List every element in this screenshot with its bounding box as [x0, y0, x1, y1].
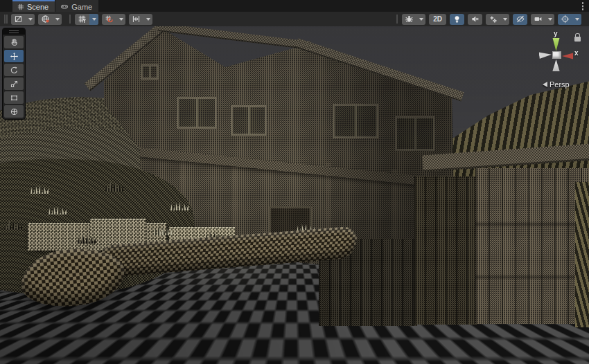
- effects-dropdown[interactable]: [486, 14, 509, 25]
- scene-toolbar: 2D: [0, 12, 589, 26]
- move-snap-dropdown[interactable]: [129, 14, 152, 25]
- rect-tool-button[interactable]: [4, 91, 24, 104]
- transform-icon: [10, 107, 19, 116]
- move-snap-icon: [129, 14, 143, 25]
- move-icon: [10, 52, 19, 61]
- chevron-down-icon: [500, 14, 509, 25]
- axis-x-label: x: [574, 49, 579, 57]
- 2d-label: 2D: [433, 15, 442, 23]
- scene-shed[interactable]: [475, 168, 589, 324]
- scale-icon: [10, 80, 19, 89]
- eye-hidden-icon: [513, 14, 527, 25]
- rotate-tool-button[interactable]: [4, 64, 24, 76]
- dark-fence-right[interactable]: [414, 176, 478, 325]
- chevron-down-icon: [53, 14, 62, 25]
- chevron-down-icon: [143, 14, 152, 25]
- house-window: [177, 97, 217, 129]
- hand-icon: [10, 38, 19, 47]
- chevron-down-icon: [416, 14, 425, 25]
- axis-down-cone[interactable]: [552, 60, 561, 71]
- chevron-down-icon: [89, 14, 98, 25]
- move-tool-button[interactable]: [4, 50, 24, 62]
- tab-scene[interactable]: Scene: [12, 0, 55, 12]
- tab-game-label: Game: [71, 3, 92, 11]
- camera-icon: [531, 14, 545, 25]
- chevron-down-icon: [26, 14, 35, 25]
- globe-icon: [38, 14, 53, 25]
- draw-mode-dropdown[interactable]: [11, 14, 35, 25]
- tab-scene-label: Scene: [27, 3, 49, 11]
- toolbar-drag-handle[interactable]: [4, 15, 8, 24]
- gizmos-toggle-dropdown[interactable]: [558, 14, 581, 25]
- unity-editor-window: Scene Game: [0, 0, 589, 364]
- rect-icon: [10, 93, 19, 102]
- chevron-down-icon: [116, 14, 125, 25]
- scene-visibility-toggle-button[interactable]: [513, 14, 527, 25]
- scene-orientation-gizmo: y x Persp: [534, 30, 589, 99]
- shaded-mode-icon: [11, 14, 26, 25]
- kebab-menu-icon[interactable]: [581, 2, 585, 10]
- tab-game[interactable]: Game: [55, 0, 98, 12]
- chevron-down-icon: [545, 14, 554, 25]
- gamepad-icon: [60, 3, 69, 10]
- tab-bar: Scene Game: [0, 0, 589, 12]
- gizmos-crosshair-icon: [558, 14, 572, 25]
- axis-y-cone[interactable]: [552, 38, 561, 51]
- scale-tool-button[interactable]: [4, 78, 24, 90]
- debug-validation-dropdown[interactable]: [402, 14, 425, 25]
- effects-star-icon: [486, 14, 500, 25]
- grid-icon: [17, 3, 24, 10]
- gizmo-center-cube[interactable]: [552, 51, 561, 59]
- view-hand-tool-button[interactable]: [4, 36, 24, 48]
- 2d-toggle-button[interactable]: 2D: [429, 14, 446, 25]
- toolbar-separator: [396, 15, 398, 24]
- bug-icon: [402, 14, 416, 25]
- lightbulb-icon: [450, 14, 464, 25]
- tools-overlay: [2, 28, 26, 120]
- camera-settings-dropdown[interactable]: [531, 14, 554, 25]
- projection-mode-label[interactable]: Persp: [543, 80, 570, 89]
- persp-text: Persp: [550, 80, 570, 89]
- house-window: [333, 104, 378, 138]
- axis-x-cone[interactable]: [562, 53, 573, 60]
- terrain-strip-far-right: [575, 182, 589, 327]
- house-attic-window: [141, 64, 159, 80]
- grid-visibility-dropdown[interactable]: [75, 14, 98, 25]
- scene-viewport[interactable]: y x Persp: [0, 26, 589, 364]
- lock-icon[interactable]: [574, 37, 581, 42]
- snap-settings-dropdown[interactable]: [102, 14, 125, 25]
- rotate-icon: [10, 66, 19, 75]
- grid-axis-y-icon: [75, 14, 89, 25]
- audio-toggle-button[interactable]: [468, 14, 482, 25]
- toolbar-separator: [69, 15, 71, 24]
- persp-arrow-icon: [543, 82, 547, 87]
- axis-y-label: y: [554, 30, 558, 37]
- toolbar-right-group: 2D: [392, 14, 585, 25]
- snap-magnet-icon: [102, 14, 116, 25]
- house-window: [395, 116, 435, 151]
- house-window: [231, 105, 267, 136]
- transform-tool-button[interactable]: [4, 105, 24, 118]
- scene-view-options-dropdown[interactable]: [38, 14, 62, 25]
- axis-negative-cone[interactable]: [539, 51, 552, 60]
- audio-muted-icon: [468, 14, 482, 25]
- chevron-down-icon: [572, 14, 581, 25]
- tools-drag-handle[interactable]: [3, 28, 25, 35]
- lighting-toggle-button[interactable]: [450, 14, 464, 25]
